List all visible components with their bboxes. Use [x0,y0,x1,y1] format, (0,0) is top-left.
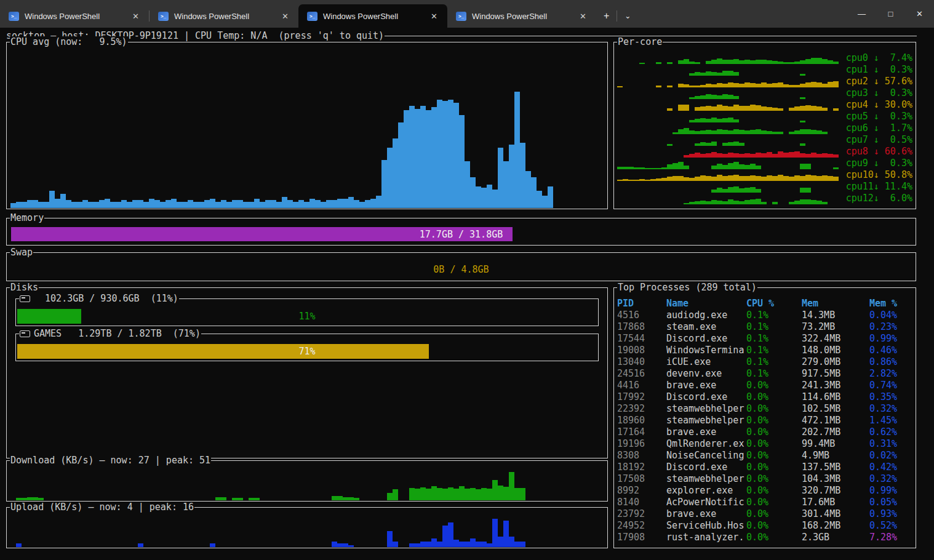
chart-bar [437,488,442,500]
chart-bar [348,497,354,500]
process-cell: 0.1% [746,333,802,345]
minimize-button[interactable]: — [847,0,876,28]
chart-bar [431,107,437,208]
tab-close-icon[interactable]: ✕ [576,10,590,22]
chart-bar [778,151,783,158]
disk-icon-detail [22,297,25,298]
process-cell: 137.5MB [802,462,869,473]
chart-bar [739,164,744,169]
process-cell: 0.05% [869,497,913,508]
chart-bar [453,540,459,547]
chart-bar [805,82,811,87]
chart-bar [728,163,733,169]
chart-bar [459,115,465,208]
core-sparkline [617,134,846,146]
tab-2[interactable]: >_Windows PowerShell✕ [150,4,298,28]
process-cell: 17.6MB [802,497,869,508]
upload-title: Upload (KB/s) — now: 4 | peak: 16 [10,502,194,513]
process-cell: 17908 [617,532,666,543]
chart-bar [465,542,470,547]
chart-bar [739,130,744,134]
chart-bar [520,143,525,208]
chart-bar [800,199,805,204]
process-cell: 23792 [617,508,666,520]
chart-bar [733,59,739,64]
tab-dropdown-button[interactable]: ⌄ [617,9,638,23]
chart-bar [27,497,33,500]
chart-bar [442,526,448,547]
chart-bar [800,176,805,181]
process-cell: 2.3GB [802,532,869,543]
chart-bar [426,542,431,547]
chart-bar [343,199,348,208]
process-cell: 472.1MB [802,415,869,426]
chart-bar [492,519,498,547]
chart-bar [695,177,700,181]
tab-3[interactable]: >_Windows PowerShell✕ [298,4,447,28]
process-cell: steamwebhelper [666,473,746,485]
chart-bar [678,162,684,169]
tab-close-icon[interactable]: ✕ [278,10,292,22]
process-cell: 8308 [617,450,666,462]
new-tab-button[interactable]: + [596,8,617,24]
close-button[interactable]: ✕ [905,0,934,28]
chart-bar [82,200,88,208]
process-row: 24516devenv.exe0.1%917.5MB2.82% [617,368,913,380]
chart-bar [498,486,503,500]
chart-bar [121,200,127,208]
chart-bar [805,164,811,169]
process-cell: 917.5MB [802,368,869,380]
process-cell: explorer.exe [666,485,746,497]
process-cell: 4.9MB [802,450,869,462]
core-sparkline [617,111,846,122]
process-header-row: PIDNameCPU %MemMem % [617,298,913,310]
powershell-icon: >_ [307,12,317,21]
maximize-button[interactable]: □ [876,0,905,28]
chart-bar [343,543,348,547]
process-cell: 2.82% [869,368,913,380]
chart-bar [711,60,717,64]
chart-bar [71,202,77,208]
chart-bar [498,537,503,547]
chart-bar [756,153,761,158]
process-row: 8140AcPowerNotific0.0%17.6MB0.05% [617,497,913,508]
chart-bar [143,202,149,208]
process-cell: 0.0% [746,415,802,426]
chart-bar [717,201,722,204]
chart-bar [811,200,816,204]
chart-bar [448,487,453,500]
process-cell: 17868 [617,321,666,333]
download-panel: Download (KB/s) — now: 27 | peak: 51 [6,460,608,502]
process-cell: 8992 [617,485,666,497]
chart-bar [492,190,498,208]
chart-bar [706,176,711,181]
chart-bar [811,58,816,64]
app-header: socktop — host: DESKTOP-9P19121 | CPU Te… [6,30,917,41]
tab-close-icon[interactable]: ✕ [129,10,143,22]
process-cell: 0.52% [869,520,913,532]
chart-bar [700,106,706,111]
chart-bar [722,130,728,134]
disk-usage-text: 102.3GB / 930.6GB (11%) [34,293,178,304]
chart-bar [711,177,717,181]
disks-panel: Disks 102.3GB / 930.6GB (11%)11%GAMES 1.… [6,287,608,458]
chart-bar [717,188,722,193]
chart-bar [332,542,337,547]
core-label: cpu0 ↓ 7.4% [846,52,912,64]
process-row: 19008WindowsTermina0.1%148.0MB0.46% [617,345,913,356]
tab-4[interactable]: >_Windows PowerShell✕ [447,4,596,28]
process-cell: steamwebhelper [666,415,746,426]
tab-1[interactable]: >_Windows PowerShell✕ [0,4,149,28]
chart-bar [711,200,717,204]
chart-bar [800,106,805,111]
chart-bar [717,105,722,111]
chart-bar [420,542,426,547]
memory-gauge: 17.7GB / 31.8GB [11,227,911,241]
window-controls: — □ ✕ [847,0,934,28]
chart-bar [210,543,215,547]
chart-bar [138,543,143,547]
chart-bar [249,498,254,500]
tab-close-icon[interactable]: ✕ [427,10,441,22]
chart-bar [772,83,778,87]
chart-bar [138,200,143,208]
